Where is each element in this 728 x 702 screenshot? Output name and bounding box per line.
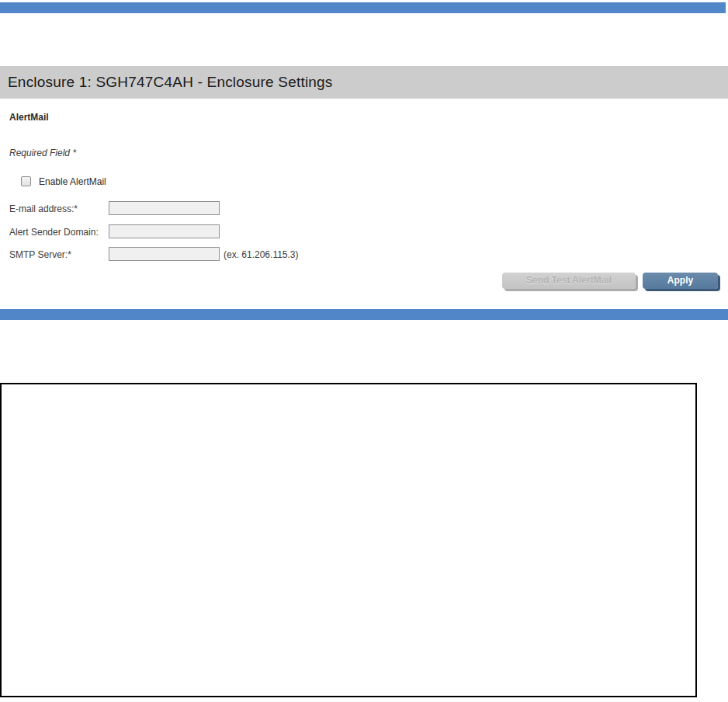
bottom-accent-bar	[0, 309, 728, 320]
section-title-alertmail: AlertMail	[9, 112, 49, 123]
email-address-input[interactable]	[109, 201, 220, 215]
enable-alertmail-row: Enable AlertMail	[21, 176, 106, 187]
apply-button[interactable]: Apply	[643, 273, 718, 289]
email-address-label: E-mail address:*	[9, 203, 78, 214]
alert-sender-domain-label: Alert Sender Domain:	[9, 227, 99, 238]
required-field-note: Required Field *	[9, 148, 76, 158]
enable-alertmail-label: Enable AlertMail	[39, 176, 106, 187]
page-header: Enclosure 1: SGH747C4AH - Enclosure Sett…	[0, 66, 728, 99]
smtp-server-input[interactable]	[109, 247, 220, 261]
smtp-server-example-hint: (ex. 61.206.115.3)	[224, 249, 299, 260]
send-test-alertmail-button[interactable]: Send Test AlertMail	[502, 273, 636, 289]
smtp-server-label: SMTP Server:*	[9, 249, 71, 260]
empty-content-panel	[0, 383, 697, 697]
alert-sender-domain-input[interactable]	[109, 224, 220, 238]
page-title: Enclosure 1: SGH747C4AH - Enclosure Sett…	[0, 74, 333, 91]
top-accent-bar	[0, 2, 726, 13]
enable-alertmail-checkbox[interactable]	[21, 176, 31, 186]
